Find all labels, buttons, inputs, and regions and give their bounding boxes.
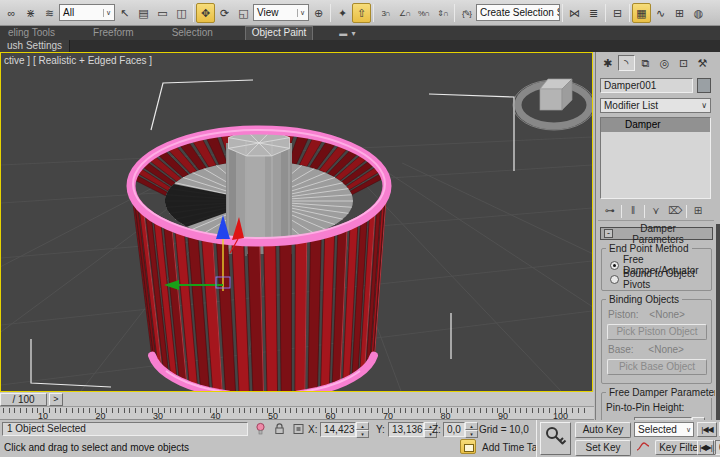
damper-parameters-rollout-header[interactable]: - Damper Parameters bbox=[600, 227, 713, 240]
edit-named-selection-sets-icon[interactable]: {✎} bbox=[457, 3, 476, 23]
track-bar[interactable]: 102030405060708090100 bbox=[0, 407, 594, 420]
pick-piston-object-button[interactable]: Pick Piston Object bbox=[607, 324, 707, 340]
perspective-viewport[interactable]: ctive ] [ Realistic + Edged Faces ] bbox=[0, 52, 593, 392]
ribbon-tab-freeform[interactable]: Freeform bbox=[87, 26, 140, 40]
pin-stack-icon[interactable]: ⊶ bbox=[602, 204, 618, 219]
reference-coordinate-system-dropdown[interactable]: View∨ bbox=[253, 4, 309, 21]
x-coordinate-spinner[interactable]: 14,423 ▴▾ bbox=[320, 422, 369, 437]
select-and-rotate-icon[interactable]: ⟳ bbox=[215, 3, 234, 23]
bind-to-space-warp-icon[interactable]: ≋ bbox=[40, 3, 59, 23]
snaps-toggle-3d-icon[interactable]: 3∩ bbox=[376, 3, 395, 23]
ruler-tick bbox=[66, 408, 67, 413]
ribbon-minimize-icon[interactable]: ▬ ▾ bbox=[339, 29, 356, 38]
utilities-tab-icon[interactable]: ⚒ bbox=[694, 55, 711, 71]
next-frame-button[interactable]: > bbox=[49, 393, 63, 406]
isolate-selection-icon[interactable] bbox=[252, 422, 268, 437]
spinner-down-icon[interactable]: ▾ bbox=[465, 430, 478, 438]
ruler-tick bbox=[394, 408, 395, 413]
spinner-up-icon[interactable]: ▴ bbox=[465, 422, 478, 430]
selection-filter-dropdown[interactable]: All∨ bbox=[59, 4, 115, 21]
time-slider-handle[interactable]: / 100 bbox=[0, 393, 47, 406]
percent-snap-icon[interactable]: %∩ bbox=[414, 3, 433, 23]
ribbon-panel-brush-settings[interactable]: ush Settings bbox=[0, 40, 70, 52]
select-by-name-icon[interactable]: ▤ bbox=[134, 3, 153, 23]
damper-object[interactable] bbox=[131, 130, 387, 391]
angle-snap-icon[interactable]: ∠∩ bbox=[395, 3, 414, 23]
window-crossing-icon[interactable]: ◫ bbox=[172, 3, 191, 23]
rectangular-selection-region-icon[interactable]: ▭ bbox=[153, 3, 172, 23]
y-value[interactable]: 13,136 bbox=[388, 422, 424, 437]
pick-base-object-button[interactable]: Pick Base Object bbox=[607, 359, 707, 375]
ribbon-tab-object-paint[interactable]: Object Paint bbox=[245, 26, 313, 40]
z-value[interactable]: 0,0 bbox=[443, 422, 465, 437]
set-key-button[interactable]: Set Key bbox=[575, 440, 631, 456]
ribbon-tab-bar: eling Tools Freeform Selection Object Pa… bbox=[0, 26, 720, 40]
hierarchy-tab-icon[interactable]: ⧉ bbox=[637, 55, 654, 71]
select-and-scale-icon[interactable]: ◱ bbox=[234, 3, 253, 23]
selection-status: 1 Object Selected bbox=[2, 422, 248, 436]
schematic-view-icon[interactable]: ⊞ bbox=[670, 3, 689, 23]
auto-key-button[interactable]: Auto Key bbox=[575, 422, 631, 438]
object-name-field[interactable]: Damper001 bbox=[600, 78, 693, 93]
radio-icon[interactable] bbox=[610, 261, 619, 270]
material-editor-icon[interactable]: ◍ bbox=[689, 3, 708, 23]
select-and-move-icon[interactable]: ✥ bbox=[196, 3, 215, 23]
ribbon-tab-selection[interactable]: Selection bbox=[166, 26, 219, 40]
modifier-stack[interactable]: Damper bbox=[600, 117, 711, 199]
select-object-icon[interactable]: ↖ bbox=[115, 3, 134, 23]
ribbon-tab-modeling-tools[interactable]: eling Tools bbox=[2, 26, 61, 40]
ruler-tick bbox=[296, 408, 297, 413]
radio-bound-to-object-pivots[interactable]: Bound to Object Pivots bbox=[606, 272, 708, 286]
panel-scrollbar[interactable] bbox=[716, 224, 720, 421]
z-coordinate-spinner[interactable]: 0,0 ▴▾ bbox=[443, 422, 478, 437]
named-selection-sets-dropdown[interactable]: Create Selection Se∨ bbox=[476, 4, 560, 21]
y-coordinate-spinner[interactable]: 13,136 ▴▾ bbox=[388, 422, 437, 437]
current-frame-field[interactable]: 0 bbox=[715, 440, 720, 455]
use-pivot-point-center-icon[interactable]: ⊕ bbox=[309, 3, 328, 23]
collapse-icon[interactable]: - bbox=[604, 229, 613, 238]
select-and-manipulate-icon[interactable]: ✦ bbox=[333, 3, 352, 23]
modifier-stack-item-damper[interactable]: Damper bbox=[601, 118, 710, 132]
key-mode-dropdown[interactable]: Selected ∨ bbox=[634, 422, 694, 437]
mirror-icon[interactable]: ⋈ bbox=[565, 3, 584, 23]
ruler-tick bbox=[124, 408, 125, 413]
modify-tab-icon[interactable]: ◝ bbox=[618, 55, 635, 71]
show-end-result-icon[interactable]: ‖ bbox=[625, 204, 641, 219]
select-and-link-icon[interactable]: ∞ bbox=[2, 3, 21, 23]
end-point-method-group: End Point Method Free Damper/Actuator Bo… bbox=[601, 248, 712, 291]
spinner-snap-icon[interactable]: ⇕∩ bbox=[433, 3, 452, 23]
ruler-tick bbox=[181, 408, 182, 413]
time-tag-icon[interactable] bbox=[460, 439, 476, 454]
key-mode-toggle-button[interactable]: |◀▶| bbox=[697, 440, 714, 455]
make-unique-icon[interactable]: ⋎ bbox=[648, 204, 664, 219]
graphite-ribbon-toggle-icon[interactable]: ▦ bbox=[632, 3, 651, 23]
configure-modifier-sets-icon[interactable]: ⊞ bbox=[690, 204, 706, 219]
create-tab-icon[interactable]: ✱ bbox=[599, 55, 616, 71]
spinner-up-icon[interactable]: ▴ bbox=[356, 422, 369, 430]
unlink-selection-icon[interactable]: ⋇ bbox=[21, 3, 40, 23]
align-icon[interactable]: ≣ bbox=[584, 3, 603, 23]
x-value[interactable]: 14,423 bbox=[320, 422, 356, 437]
ruler-tick bbox=[342, 408, 343, 413]
absolute-mode-transform-icon[interactable] bbox=[290, 422, 306, 437]
spinner-down-icon[interactable]: ▾ bbox=[356, 430, 369, 438]
add-time-tag-button[interactable]: Add Time Tag bbox=[482, 442, 543, 453]
selection-lock-icon[interactable] bbox=[271, 422, 287, 437]
ruler-tick bbox=[423, 408, 424, 413]
go-to-start-button[interactable]: |◀◀ bbox=[697, 422, 717, 437]
motion-tab-icon[interactable]: ◎ bbox=[656, 55, 673, 71]
keyboard-shortcut-override-icon[interactable]: ⇧ bbox=[352, 3, 371, 23]
viewport-label[interactable]: ctive ] [ Realistic + Edged Faces ] bbox=[4, 55, 152, 66]
viewport-canvas[interactable] bbox=[1, 53, 592, 391]
remove-modifier-icon[interactable]: ⌦ bbox=[667, 204, 683, 219]
layer-manager-icon[interactable]: ⊟ bbox=[608, 3, 627, 23]
object-color-swatch[interactable] bbox=[697, 78, 711, 93]
set-keys-button[interactable] bbox=[540, 422, 571, 455]
modifier-list-dropdown[interactable]: Modifier List ∨ bbox=[600, 98, 711, 113]
display-tab-icon[interactable]: ⊡ bbox=[675, 55, 692, 71]
default-in-out-tangents-icon[interactable] bbox=[635, 440, 651, 455]
radio-icon[interactable] bbox=[610, 275, 619, 284]
ruler-tick bbox=[405, 408, 406, 413]
time-slider[interactable]: / 100 > bbox=[0, 392, 594, 407]
curve-editor-icon[interactable]: ∿ bbox=[651, 3, 670, 23]
